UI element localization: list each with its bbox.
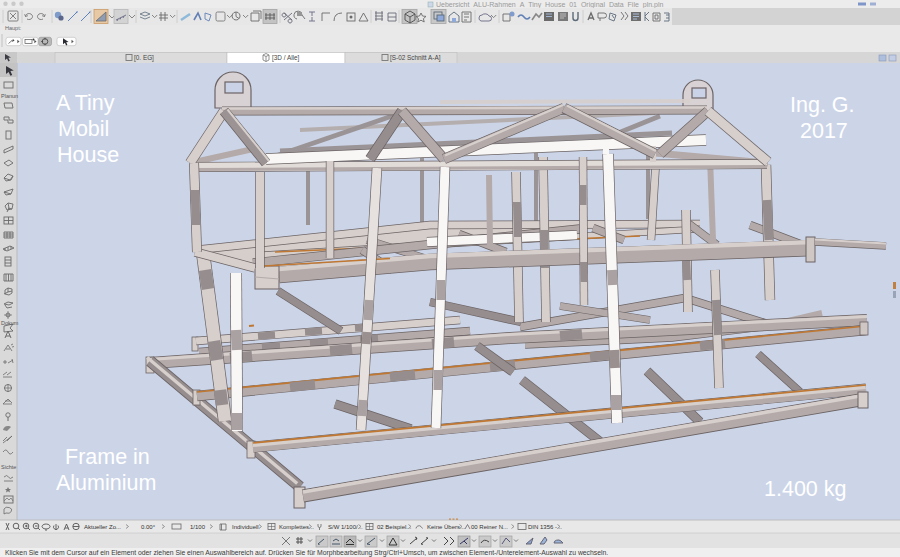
- svg-text:S/W 1/100/...: S/W 1/100/...: [328, 524, 363, 530]
- svg-text:Sichte: Sichte: [1, 464, 16, 470]
- svg-text:02 Beispiel...: 02 Beispiel...: [377, 524, 412, 530]
- svg-text:DIN 1356 -...: DIN 1356 -...: [528, 524, 562, 530]
- svg-text:2017: 2017: [800, 119, 848, 143]
- svg-text:[0. EG]: [0. EG]: [134, 54, 154, 62]
- svg-text:0.00°: 0.00°: [141, 524, 156, 530]
- svg-text:Dokum: Dokum: [1, 320, 19, 326]
- svg-text:Individuell: Individuell: [232, 524, 259, 530]
- svg-text:1/100: 1/100: [190, 524, 206, 530]
- svg-text:00 Reiner N...: 00 Reiner N...: [471, 524, 508, 530]
- svg-text:House: House: [57, 143, 119, 167]
- svg-text:Ing. G.: Ing. G.: [790, 93, 855, 117]
- svg-text:Uebersicht_ALU-Rahmen_A_Tiny_H: Uebersicht_ALU-Rahmen_A_Tiny_House_01_Or…: [436, 1, 663, 9]
- svg-text:[3D / Alle]: [3D / Alle]: [272, 54, 300, 62]
- svg-text:Aluminium: Aluminium: [56, 471, 156, 495]
- svg-text:A Tiny: A Tiny: [56, 91, 115, 115]
- svg-text:1.400 kg: 1.400 kg: [764, 477, 846, 501]
- svg-text:Klicken Sie mit dem Cursor auf: Klicken Sie mit dem Cursor auf ein Eleme…: [5, 549, 608, 557]
- svg-text:Planun: Planun: [1, 93, 18, 99]
- svg-text:[S-02 Schnitt A-A]: [S-02 Schnitt A-A]: [390, 54, 441, 62]
- svg-text:Mobil: Mobil: [58, 117, 109, 141]
- svg-text:Haupt:: Haupt:: [5, 25, 22, 31]
- svg-text:Frame in: Frame in: [65, 445, 150, 469]
- svg-text:Aktueller Zo...: Aktueller Zo...: [84, 524, 121, 530]
